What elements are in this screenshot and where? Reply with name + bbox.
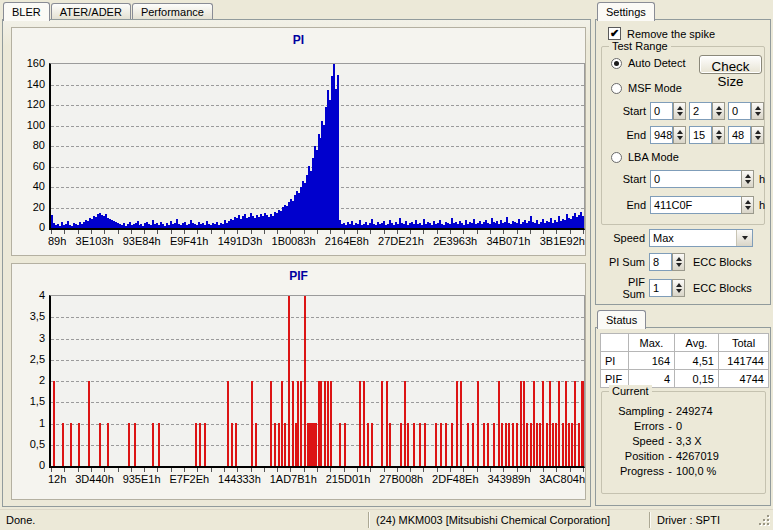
data-bar (62, 423, 64, 466)
tab-status[interactable]: Status (597, 310, 646, 329)
data-bar (508, 423, 510, 466)
msf-mode-radio[interactable] (611, 83, 622, 94)
msf-end-min-spinner[interactable] (673, 126, 686, 144)
status-table-header: Avg. (675, 334, 719, 352)
gridline (51, 339, 584, 340)
tab-bler[interactable]: BLER (3, 2, 50, 21)
data-bar (498, 381, 500, 466)
tab-ater-ader[interactable]: ATER/ADER (51, 3, 131, 20)
data-bar (204, 423, 206, 466)
data-bar (386, 381, 388, 466)
pi-sum-spinner[interactable] (672, 253, 685, 271)
lba-mode-label: LBA Mode (628, 151, 679, 163)
data-bar (435, 423, 437, 466)
main-tabstrip: BLER ATER/ADER Performance (3, 2, 213, 20)
tab-performance[interactable]: Performance (132, 3, 213, 20)
status-table-header: Max. (629, 334, 675, 352)
lba-end-label: End (604, 199, 646, 211)
pif-sum-spinner[interactable] (672, 279, 685, 297)
data-bar (128, 423, 130, 466)
speed-dropdown-arrow-icon[interactable] (736, 230, 752, 246)
data-bar (324, 381, 326, 466)
settings-panel: ✔ Remove the spike Test Range Auto Detec… (595, 19, 771, 305)
resize-grip-icon[interactable] (759, 515, 771, 527)
pi-chart-title: PI (12, 33, 585, 47)
x-tick-label: 2E3963h (433, 235, 477, 247)
bler-tab-page: PI 16014012010080604020089h3E103h93E84hE… (2, 19, 591, 507)
data-bar (363, 381, 365, 466)
lba-start-spinner[interactable] (741, 170, 754, 188)
data-bar (460, 381, 462, 466)
tab-settings[interactable]: Settings (597, 2, 655, 21)
data-bar (501, 423, 503, 466)
msf-end-sec-field[interactable]: 15 (689, 126, 712, 144)
status-table-header-row: Max.Avg.Total (601, 334, 769, 352)
lba-start-field[interactable]: 0 (650, 170, 741, 188)
msf-end-row: End 948 15 48 (604, 126, 767, 144)
data-bar (445, 423, 447, 466)
data-bar (270, 381, 272, 466)
current-row-value: 3,3 X (676, 435, 702, 447)
current-row: Sampling-249274 (604, 404, 763, 418)
data-bar (512, 423, 514, 466)
data-bar (571, 423, 573, 466)
data-bar (549, 381, 551, 466)
current-label: Current (609, 385, 652, 397)
data-bar (88, 381, 90, 466)
lba-start-label: Start (604, 173, 646, 185)
x-tick-label: 343989h (487, 473, 530, 485)
y-tick-label: 0,5 (12, 438, 45, 450)
check-size-button[interactable]: Check Size (699, 55, 762, 74)
msf-end-min-field[interactable]: 948 (650, 126, 673, 144)
msf-start-frame-field[interactable]: 0 (728, 102, 751, 120)
x-tick-labels: 12h3D440h935E1hE7F2Eh144333h1AD7B1h215D0… (48, 473, 585, 485)
status-cell: 141744 (719, 352, 769, 370)
current-row-label: Position (604, 450, 664, 462)
msf-start-sec-field[interactable]: 2 (689, 102, 712, 120)
lba-end-field[interactable]: 411C0F (650, 196, 741, 214)
status-table-header (601, 334, 629, 352)
y-tick-label: 160 (12, 57, 45, 69)
data-bar (389, 423, 391, 466)
status-cell: 164 (629, 352, 675, 370)
auto-detect-row: Auto Detect (611, 57, 685, 69)
y-tick-label: 40 (12, 180, 45, 192)
speed-dropdown[interactable]: Max (649, 229, 753, 247)
lba-end-unit: h (759, 199, 765, 211)
data-bar (152, 423, 154, 466)
msf-start-sec-spinner[interactable] (712, 102, 725, 120)
msf-start-min-spinner[interactable] (673, 102, 686, 120)
data-bar (297, 381, 299, 466)
current-row-value: 100,0 % (676, 465, 716, 477)
lba-mode-radio[interactable] (611, 152, 622, 163)
pif-sum-field[interactable]: 1 (649, 279, 672, 297)
data-bar (520, 381, 522, 466)
data-bar (413, 423, 415, 466)
pif-sum-label: PIF Sum (603, 276, 645, 300)
pif-sum-row: PIF Sum 1 ECC Blocks (603, 276, 752, 300)
msf-start-label: Start (604, 105, 646, 117)
auto-detect-radio[interactable] (611, 58, 622, 69)
x-axis-ticks (51, 468, 585, 472)
data-bar (400, 423, 402, 466)
msf-start-frame-spinner[interactable] (751, 102, 764, 120)
msf-end-frame-field[interactable]: 48 (728, 126, 751, 144)
pi-sum-ecc-label: ECC Blocks (693, 256, 752, 268)
y-tick-label: 3 (12, 332, 45, 344)
data-bar (477, 381, 479, 466)
data-bar (53, 381, 55, 466)
msf-mode-row: MSF Mode (611, 82, 682, 94)
msf-end-sec-spinner[interactable] (712, 126, 725, 144)
current-row-label: Progress (604, 465, 664, 477)
msf-start-min-field[interactable]: 0 (650, 102, 673, 120)
data-bar (300, 381, 302, 466)
data-bar (565, 381, 567, 466)
x-tick-label: 27B008h (379, 473, 423, 485)
x-tick-label: 1491D3h (218, 235, 263, 247)
msf-end-frame-spinner[interactable] (751, 126, 764, 144)
y-tick-label: 1 (12, 417, 45, 429)
lba-end-spinner[interactable] (741, 196, 754, 214)
pi-sum-field[interactable]: 8 (649, 253, 672, 271)
remove-spike-checkbox[interactable]: ✔ (608, 27, 621, 40)
data-bar (555, 423, 557, 466)
